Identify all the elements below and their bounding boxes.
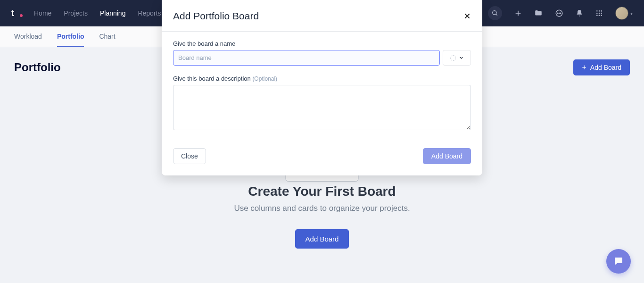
modal-body: Give the board a name Give this board a … [162,32,482,142]
help-chat-button[interactable] [606,249,631,274]
speech-bubble-icon [613,256,624,267]
nav-projects[interactable]: Projects [64,9,88,17]
nav-right: ▾ [488,6,633,20]
svg-point-9 [599,10,600,12]
nav-reports[interactable]: Reports [138,9,161,17]
app-logo[interactable]: t [11,8,21,18]
empty-subtitle: Use columns and cards to organize your p… [0,204,644,213]
chat-icon[interactable] [555,9,563,17]
bell-icon[interactable] [576,9,583,17]
avatar [615,7,628,20]
svg-point-6 [559,13,560,14]
folder-icon[interactable] [534,9,543,17]
board-color-picker[interactable] [443,50,471,66]
add-board-button-empty[interactable]: Add Board [295,229,349,249]
svg-point-7 [560,13,561,14]
board-description-input[interactable] [173,85,471,130]
tab-portfolio[interactable]: Portfolio [57,26,84,47]
board-name-label: Give the board a name [173,40,471,47]
svg-point-12 [599,13,600,14]
page-title: Portfolio [14,61,61,74]
modal-header: Add Portfolio Board [162,0,482,32]
plus-icon[interactable] [514,9,522,17]
add-board-submit-button[interactable]: Add Board [423,148,471,164]
close-button[interactable]: Close [173,148,206,164]
svg-point-5 [557,13,558,14]
svg-point-14 [596,15,598,16]
tab-chart[interactable]: Chart [99,26,115,47]
nav-planning[interactable]: Planning [100,9,126,17]
main-nav: Home Projects Planning Reports [34,9,161,17]
name-input-row [173,50,471,66]
svg-point-15 [599,15,600,16]
svg-point-13 [601,13,602,14]
chevron-down-icon [459,55,464,60]
board-name-input[interactable] [173,50,440,66]
desc-optional-text: (Optional) [252,75,277,82]
svg-point-16 [601,15,602,16]
svg-line-1 [496,14,497,16]
nav-home[interactable]: Home [34,9,51,17]
svg-point-10 [601,10,602,12]
modal-close-button[interactable] [463,12,471,20]
empty-title: Create Your First Board [0,184,644,199]
desc-label-text: Give this board a description [173,75,252,82]
svg-point-0 [493,11,496,15]
search-icon[interactable] [488,6,502,20]
add-portfolio-board-modal: Add Portfolio Board Give the board a nam… [162,0,482,175]
chevron-down-icon: ▾ [630,11,633,16]
board-desc-label: Give this board a description (Optional) [173,75,471,82]
svg-point-8 [596,10,598,12]
apps-icon[interactable] [595,9,603,17]
logo-dot [20,14,23,17]
add-board-button-header[interactable]: + Add Board [573,59,630,75]
color-swatch-icon [450,55,456,61]
plus-icon: + [582,64,586,71]
user-menu[interactable]: ▾ [615,7,633,20]
add-board-label: Add Board [590,64,621,71]
modal-title: Add Portfolio Board [173,10,259,22]
tab-workload[interactable]: Workload [14,26,42,47]
svg-point-11 [596,13,598,14]
logo-letter: t [11,8,14,18]
modal-footer: Close Add Board [162,142,482,175]
